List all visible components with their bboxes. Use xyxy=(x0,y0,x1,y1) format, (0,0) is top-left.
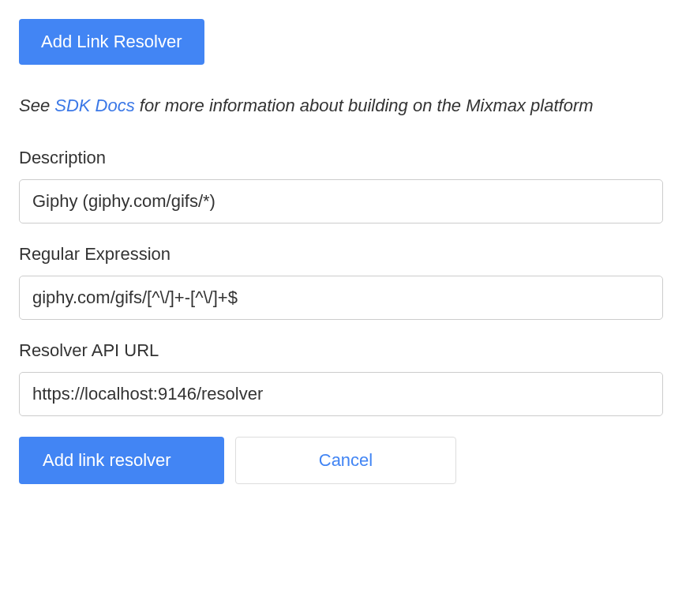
regex-label: Regular Expression xyxy=(19,244,663,265)
description-label: Description xyxy=(19,148,663,168)
resolver-url-label: Resolver API URL xyxy=(19,340,663,361)
add-link-resolver-submit-button[interactable]: Add link resolver xyxy=(19,437,224,484)
resolver-url-group: Resolver API URL xyxy=(19,340,663,416)
regex-group: Regular Expression xyxy=(19,244,663,320)
regex-input[interactable] xyxy=(19,276,663,320)
info-text: See SDK Docs for more information about … xyxy=(19,92,663,119)
resolver-url-input[interactable] xyxy=(19,372,663,416)
cancel-button[interactable]: Cancel xyxy=(235,437,456,484)
info-prefix: See xyxy=(19,96,54,115)
add-link-resolver-header-button[interactable]: Add Link Resolver xyxy=(19,19,204,65)
sdk-docs-link[interactable]: SDK Docs xyxy=(54,96,134,115)
description-group: Description xyxy=(19,148,663,223)
button-row: Add link resolver Cancel xyxy=(19,437,663,484)
info-suffix: for more information about building on t… xyxy=(135,96,594,115)
description-input[interactable] xyxy=(19,179,663,223)
